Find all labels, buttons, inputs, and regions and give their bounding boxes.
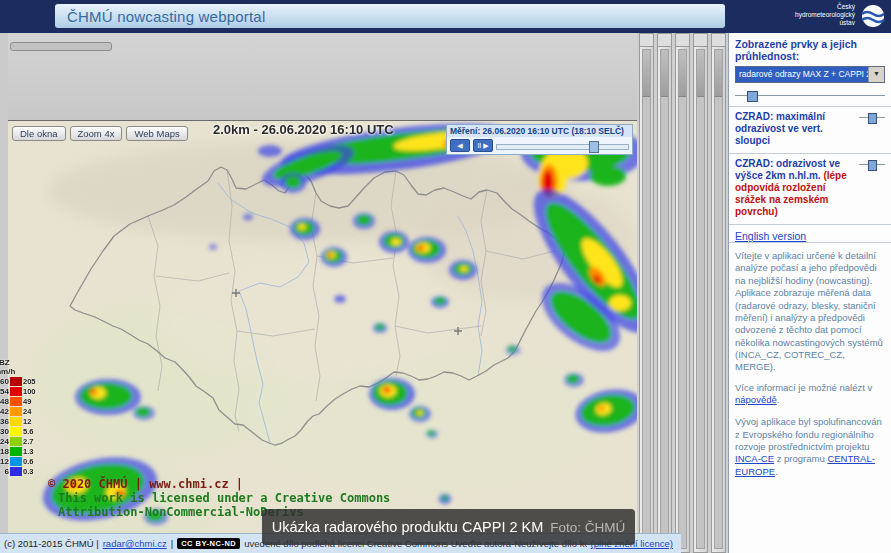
logo-line-2: hydrometeorologický (795, 11, 855, 19)
nowcasting-portal-page: ČHMÚ nowcasting webportal Český hydromet… (0, 0, 891, 553)
layer-opacity-slider[interactable] (735, 91, 885, 100)
legend-dbz: 12 (0, 457, 9, 466)
fit-window-button[interactable]: Dle okna (12, 126, 66, 141)
english-version-row: English version (729, 225, 891, 243)
legend-row: 4849 (0, 396, 45, 406)
legend-dbz: 30 (0, 427, 9, 436)
legend-dbz: 36 (0, 417, 9, 426)
layer-select-value: radarové odrazy MAX Z + CAPPI 2km (736, 67, 868, 82)
legend-mmh: 49 (23, 397, 45, 406)
web-maps-button[interactable]: Web Maps (126, 126, 187, 141)
inca-ce-link[interactable]: INCA-CE (735, 453, 774, 464)
chmi-logo-text: Český hydrometeorologický ústav (795, 3, 855, 27)
map-copyright-line: © 2020 ČHMÚ | www.chmi.cz | (48, 477, 243, 491)
slider-track[interactable] (678, 49, 687, 549)
header-title-band: ČHMÚ nowcasting webportal (55, 4, 725, 28)
step-back-button[interactable]: ◀ (450, 139, 470, 152)
legend-mmh: 0.6 (23, 457, 45, 466)
radar-map-viewport[interactable]: Dle okna Zoom 4x Web Maps 2.0km - 26.06.… (8, 120, 637, 533)
layers-sidebar: Zobrazené prvky a jejich průhlednost: ra… (728, 33, 891, 553)
horizontal-scrollbar[interactable] (10, 42, 112, 51)
map-top-gutter (8, 33, 637, 120)
slider-button[interactable] (694, 34, 707, 47)
legend-unit-mmh: mm/h (0, 367, 45, 376)
slider-thumb[interactable] (661, 50, 668, 97)
email-link[interactable]: radar@chmi.cz (103, 538, 167, 549)
slider-button[interactable] (712, 34, 725, 47)
slider-track[interactable] (714, 49, 723, 549)
opacity-slider-thumb[interactable] (868, 160, 877, 171)
layer-select-section: radarové odrazy MAX Z + CAPPI 2km ▼ (729, 66, 891, 107)
legend-row: 60.3 (0, 466, 45, 476)
play-pause-button[interactable]: II ▶ (473, 139, 493, 152)
slider-thumb[interactable] (643, 50, 650, 97)
english-version-link[interactable]: English version (735, 230, 806, 242)
legend-mmh: 5.6 (23, 427, 45, 436)
radar-color-scale: dBZ mm/h 60205 54100 4849 4224 3612 305.… (0, 358, 45, 476)
opacity-slider-thumb[interactable] (747, 91, 758, 102)
legend-dbz: 42 (0, 407, 9, 416)
sidebar-title: Zobrazené prvky a jejich průhlednost: (729, 33, 891, 65)
legend-row: 305.6 (0, 426, 45, 436)
funding-mid: z programu (774, 453, 827, 464)
time-toolbar: Měření: 26.06.2020 16:10 UTC (18:10 SELČ… (446, 124, 633, 155)
vertical-slider[interactable] (675, 33, 690, 553)
slider-track[interactable] (660, 49, 669, 549)
welcome-text: Vítejte v aplikaci určené k detailní ana… (735, 250, 883, 372)
legend-swatch (10, 427, 22, 436)
slider-button[interactable] (640, 34, 653, 47)
legend-dbz: 60 (0, 377, 9, 386)
legend-swatch (10, 457, 22, 466)
layer-row-maxz: CZRAD: maximální odrazivost ve vert. slo… (729, 107, 891, 154)
opacity-slider-thumb[interactable] (868, 113, 877, 124)
legend-unit-dbz: dBZ (0, 358, 45, 367)
time-slider-track[interactable] (496, 144, 629, 150)
more-info-line: Více informací je možné nalézt v nápověd… (735, 382, 885, 407)
slider-thumb[interactable] (679, 50, 686, 97)
slider-track[interactable] (642, 49, 651, 549)
zoom-4x-button[interactable]: Zoom 4x (70, 126, 123, 141)
collapsed-panel-strips (637, 33, 728, 553)
map-view-buttons: Dle okna Zoom 4x Web Maps (12, 126, 188, 141)
legend-mmh: 100 (23, 387, 45, 396)
legend-swatch (10, 397, 22, 406)
time-slider[interactable] (496, 141, 629, 151)
cc-license-badge[interactable]: CC BY-NC-ND (177, 538, 240, 549)
slider-button[interactable] (676, 34, 689, 47)
slider-thumb[interactable] (697, 50, 704, 97)
footer-separator: | (171, 538, 173, 549)
time-slider-thumb[interactable] (589, 141, 599, 153)
chmi-logo-icon (859, 3, 887, 29)
layer-maxz-opacity-slider[interactable] (859, 113, 885, 122)
legend-row: 60205 (0, 376, 45, 386)
caption-credit: Foto: ČHMÚ (550, 520, 625, 535)
legend-mmh: 205 (23, 377, 45, 386)
help-link[interactable]: nápovědě (735, 394, 777, 405)
logo-line-3: ústav (795, 19, 855, 27)
legend-mmh: 1.3 (23, 447, 45, 456)
app-title: ČHMÚ nowcasting webportal (67, 8, 265, 25)
legend-swatch (10, 447, 22, 456)
funding-prefix: Vývoj aplikace byl spolufinancován z Evr… (735, 416, 882, 452)
legend-dbz: 48 (0, 397, 9, 406)
legend-swatch (10, 467, 22, 476)
legend-dbz: 54 (0, 387, 9, 396)
slider-thumb[interactable] (715, 50, 722, 97)
legend-dbz: 24 (0, 437, 9, 446)
caption-text: Ukázka radarového produktu CAPPI 2 KM (272, 519, 544, 535)
vertical-slider[interactable] (711, 33, 726, 553)
legend-mmh: 2.7 (23, 437, 45, 446)
layer-cappi-opacity-slider[interactable] (859, 160, 885, 169)
vertical-slider[interactable] (639, 33, 654, 553)
legend-row: 120.6 (0, 456, 45, 466)
layer-select[interactable]: radarové odrazy MAX Z + CAPPI 2km ▼ (735, 66, 885, 83)
legend-row: 4224 (0, 406, 45, 416)
vertical-slider[interactable] (657, 33, 672, 553)
vertical-slider[interactable] (693, 33, 708, 553)
footer-copyright: (c) 2011-2015 ČHMÚ | (4, 538, 99, 549)
slider-track[interactable] (696, 49, 705, 549)
slider-button[interactable] (658, 34, 671, 47)
image-caption-overlay: Ukázka radarového produktu CAPPI 2 KM Fo… (262, 509, 635, 545)
chevron-down-icon[interactable]: ▼ (868, 67, 884, 82)
animation-controls: ◀ II ▶ (447, 137, 632, 154)
